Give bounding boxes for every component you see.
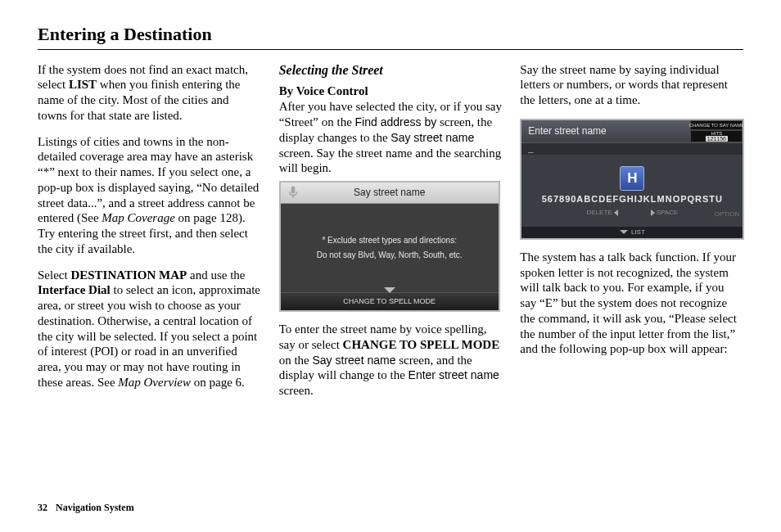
section-heading: Selecting the Street	[279, 62, 503, 79]
hits-box: HITS 121156	[690, 130, 743, 142]
col1-p1: If the system does not find an exact mat…	[38, 62, 261, 124]
find-address-screen: Find address by	[355, 115, 437, 128]
col2-p1: After you have selected the city, or if …	[279, 99, 503, 176]
page-number: 32	[38, 502, 47, 513]
column-1: If the system does not find an exact mat…	[38, 62, 261, 409]
triangle-down-icon	[620, 230, 628, 234]
shot2-header-right: CHANGE TO SAY NAME HITS 121156	[690, 120, 743, 142]
text: on page 6.	[191, 376, 245, 389]
shot2-body: OPTION H 567890ABCDEFGHIJKLMNOPQRSTU DEL…	[521, 155, 743, 227]
text: on the	[279, 354, 313, 367]
shot2-controls: DELETE SPACE	[587, 209, 679, 217]
shot1-header: Say street name	[281, 183, 499, 204]
hits-value: 121156	[706, 136, 728, 142]
col1-p3: Select DESTINATION MAP and use the Inter…	[38, 268, 261, 390]
change-spell-mode-label: CHANGE TO SPELL MODE	[343, 297, 436, 306]
highlighted-letter: H	[620, 166, 644, 191]
shot2-title: Enter street name	[521, 120, 690, 142]
col3-p1: Say the street name by saying individual…	[520, 62, 743, 108]
interface-dial-bold: Interface Dial	[38, 283, 111, 296]
delete-label: DELETE	[587, 209, 612, 217]
space-control: SPACE	[651, 209, 679, 217]
shot2-header: Enter street name CHANGE TO SAY NAME HIT…	[521, 120, 743, 143]
map-coverage-ref: Map Coverage	[102, 211, 175, 224]
text: Select	[38, 268, 70, 282]
triangle-right-icon	[651, 210, 655, 216]
shot2-input-line: _	[521, 143, 743, 155]
map-overview-ref: Map Overview	[118, 376, 191, 389]
list-bold: LIST	[69, 78, 97, 91]
shot2-footer: LIST	[521, 227, 743, 238]
triangle-left-icon	[614, 210, 618, 216]
subheading: By Voice Control	[279, 83, 503, 99]
say-street-screen2: Say street name	[313, 354, 396, 367]
destination-map-bold: DESTINATION MAP	[70, 268, 187, 282]
option-label: OPTION	[715, 210, 740, 219]
list-label: LIST	[631, 228, 645, 237]
shot1-line1: * Exclude street types and directions:	[322, 236, 457, 246]
page-title: Entering a Destination	[38, 23, 743, 50]
text: and use the	[187, 268, 245, 282]
text: screen.	[279, 384, 314, 397]
column-3: Say the street name by saying individual…	[520, 62, 743, 409]
col3-p2: The system has a talk back function. If …	[520, 250, 743, 357]
shot1-footer: CHANGE TO SPELL MODE	[281, 292, 499, 310]
space-label: SPACE	[657, 209, 679, 217]
change-spell-bold: CHANGE TO SPELL MODE	[343, 338, 500, 351]
footer-label: Navigation System	[56, 502, 134, 513]
shot1-body: * Exclude street types and directions: D…	[281, 204, 499, 292]
enter-street-screen: Enter street name	[409, 368, 499, 381]
shot1-title: Say street name	[354, 187, 425, 199]
delete-control: DELETE	[587, 209, 618, 217]
text: screen. Say the street name and the sear…	[279, 147, 502, 175]
col2-p2: To enter the street name by voice spelli…	[279, 322, 503, 399]
change-say-name: CHANGE TO SAY NAME	[690, 120, 743, 130]
content-columns: If the system does not find an exact mat…	[38, 62, 743, 409]
letter-row: 567890ABCDEFGHIJKLMNOPQRSTU	[542, 194, 723, 205]
page-footer: 32Navigation System	[38, 502, 134, 514]
text: to select an icon, approximate area, or …	[38, 283, 260, 389]
hits-label: HITS	[711, 131, 723, 136]
say-street-name-screenshot: Say street name * Exclude street types a…	[279, 181, 500, 312]
say-street-screen: Say street name	[390, 131, 474, 144]
shot1-line2: Do not say Blvd, Way, North, South, etc.	[317, 250, 463, 261]
column-2: Selecting the Street By Voice Control Af…	[279, 62, 503, 409]
mic-icon	[286, 185, 300, 200]
col1-p2: Listings of cities and towns in the non-…	[38, 134, 261, 257]
enter-street-name-screenshot: Enter street name CHANGE TO SAY NAME HIT…	[520, 119, 744, 240]
